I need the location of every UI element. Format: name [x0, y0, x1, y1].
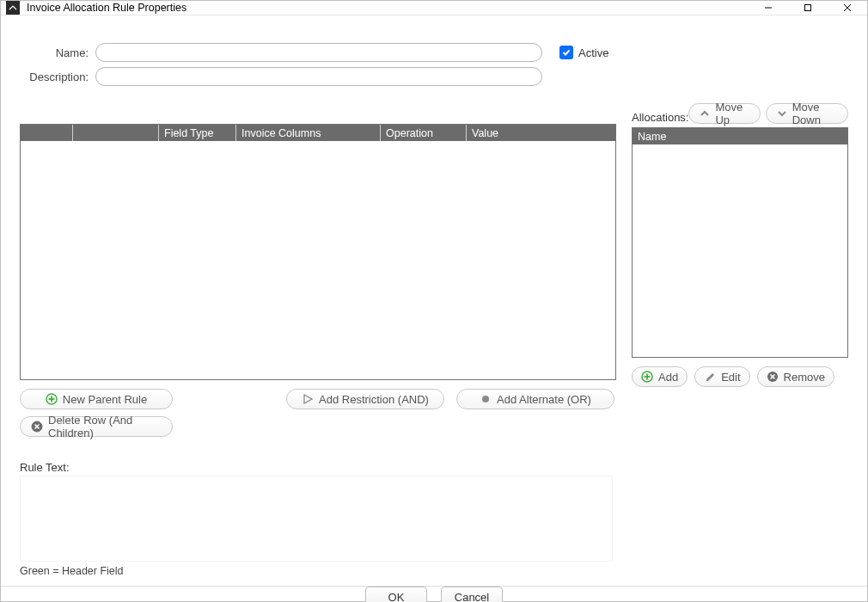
- allocation-add-label: Add: [658, 371, 678, 384]
- move-down-label: Move Down: [792, 101, 837, 126]
- pencil-icon: [704, 371, 716, 383]
- circle-icon: [480, 393, 492, 405]
- rules-table[interactable]: Field Type Invoice Columns Operation Val…: [20, 124, 616, 380]
- allocations-table-header: Name: [633, 128, 847, 144]
- description-label: Description:: [20, 71, 89, 83]
- window-title: Invoice Allocation Rule Properties: [27, 2, 186, 14]
- svg-marker-7: [304, 395, 312, 403]
- minimize-button[interactable]: [749, 1, 788, 15]
- svg-rect-1: [805, 5, 811, 11]
- move-up-button[interactable]: Move Up: [688, 103, 760, 124]
- dialog-footer: OK Cancel: [1, 586, 867, 602]
- chevron-down-icon: [777, 108, 787, 120]
- allocation-edit-button[interactable]: Edit: [694, 366, 749, 387]
- active-checkbox[interactable]: [559, 46, 573, 59]
- allocation-remove-label: Remove: [784, 371, 825, 384]
- maximize-button[interactable]: [788, 1, 828, 15]
- move-down-button[interactable]: Move Down: [766, 103, 848, 124]
- delete-row-label: Delete Row (And Children): [48, 414, 162, 439]
- delete-row-button[interactable]: Delete Row (And Children): [20, 416, 173, 437]
- rules-col-field-type: Field Type: [158, 125, 235, 141]
- play-icon: [302, 393, 314, 405]
- name-input[interactable]: [95, 43, 542, 62]
- rules-col-value: Value: [466, 125, 615, 141]
- add-restriction-button[interactable]: Add Restriction (AND): [286, 389, 444, 409]
- x-circle-icon: [767, 371, 779, 383]
- new-parent-rule-button[interactable]: New Parent Rule: [20, 389, 173, 409]
- allocations-label: Allocations:: [632, 111, 688, 124]
- rules-table-header: Field Type Invoice Columns Operation Val…: [21, 125, 615, 141]
- close-button[interactable]: [828, 1, 867, 15]
- dialog-window: Invoice Allocation Rule Properties Name:: [0, 0, 868, 602]
- active-label: Active: [578, 46, 608, 59]
- new-parent-rule-label: New Parent Rule: [63, 393, 147, 406]
- rules-col-operation: Operation: [380, 125, 466, 141]
- app-icon: [6, 1, 20, 15]
- rules-pane: Field Type Invoice Columns Operation Val…: [20, 98, 616, 577]
- window-controls: [749, 1, 867, 15]
- description-input[interactable]: [95, 67, 542, 86]
- plus-circle-icon: [641, 371, 653, 383]
- rule-text-label: Rule Text:: [20, 461, 616, 474]
- name-label: Name:: [20, 46, 89, 59]
- allocations-pane: Allocations: Move Up Move Do: [632, 98, 848, 577]
- add-restriction-label: Add Restriction (AND): [319, 393, 429, 406]
- ok-button[interactable]: OK: [365, 587, 427, 602]
- rules-col-invoice-columns: Invoice Columns: [235, 125, 380, 141]
- rules-col-0: [21, 125, 72, 141]
- rule-text-area[interactable]: [20, 476, 613, 562]
- ok-label: OK: [388, 591, 405, 603]
- form-section: Name: Active Description:: [20, 43, 848, 91]
- chevron-up-icon: [700, 108, 710, 120]
- cancel-button[interactable]: Cancel: [441, 587, 503, 602]
- svg-point-8: [482, 396, 489, 402]
- plus-circle-icon: [46, 393, 58, 405]
- rules-col-1: [72, 125, 158, 141]
- allocations-table[interactable]: Name: [632, 127, 848, 358]
- allocation-add-button[interactable]: Add: [632, 366, 688, 387]
- move-up-label: Move Up: [715, 101, 749, 126]
- add-alternate-button[interactable]: Add Alternate (OR): [456, 389, 614, 409]
- x-circle-icon: [31, 421, 43, 433]
- add-alternate-label: Add Alternate (OR): [497, 393, 591, 406]
- dialog-content: Name: Active Description:: [1, 15, 867, 586]
- cancel-label: Cancel: [455, 591, 489, 603]
- allocation-remove-button[interactable]: Remove: [757, 366, 834, 387]
- allocations-col-name: Name: [633, 128, 847, 144]
- titlebar: Invoice Allocation Rule Properties: [1, 1, 867, 15]
- allocation-edit-label: Edit: [721, 371, 740, 384]
- legend-text: Green = Header Field: [20, 565, 616, 577]
